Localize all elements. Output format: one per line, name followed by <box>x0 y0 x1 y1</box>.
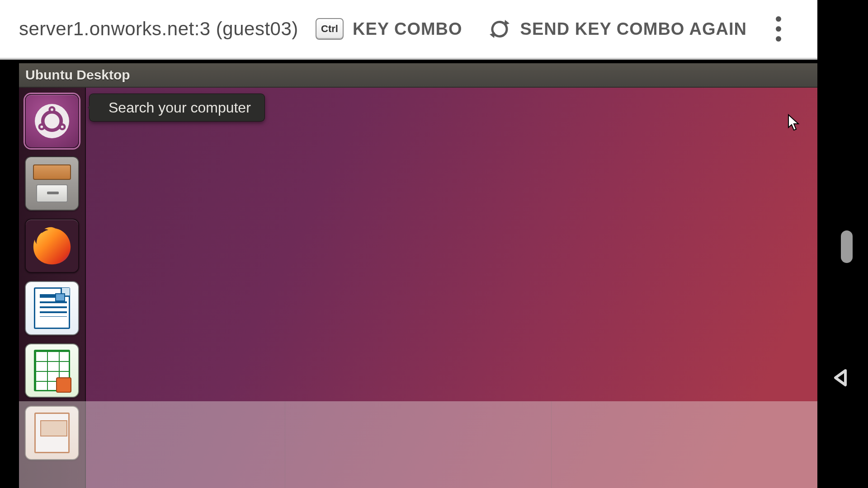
files-icon <box>33 164 71 180</box>
overlay-segment[interactable] <box>285 401 552 488</box>
remote-cursor-icon <box>788 114 800 132</box>
launcher-writer[interactable] <box>25 281 79 335</box>
overlay-segment[interactable] <box>19 401 285 488</box>
android-back-button[interactable] <box>830 367 852 389</box>
dot-icon <box>776 26 781 32</box>
android-overlay-strip <box>19 401 817 488</box>
ubuntu-menubar[interactable]: Ubuntu Desktop <box>19 63 817 88</box>
vnc-viewport[interactable]: Ubuntu Desktop <box>19 63 817 488</box>
ctrl-key-icon: Ctrl <box>316 18 344 40</box>
key-combo-button[interactable]: Ctrl KEY COMBO <box>316 18 462 40</box>
scrollbar-thumb[interactable] <box>841 230 853 263</box>
overlay-segment[interactable] <box>552 401 817 488</box>
svg-point-2 <box>43 112 61 131</box>
svg-point-7 <box>40 126 43 128</box>
svg-marker-1 <box>490 33 495 38</box>
launcher-dash[interactable] <box>25 94 79 148</box>
key-combo-label: KEY COMBO <box>353 19 462 39</box>
send-again-label: SEND KEY COMBO AGAIN <box>520 19 747 39</box>
calc-icon <box>34 350 70 391</box>
host-actions: Ctrl KEY COMBO SEND KEY COMBO AGAIN <box>316 13 817 45</box>
android-nav-rail <box>817 0 868 488</box>
connection-title: server1.onworks.net:3 (guest03) <box>19 18 298 40</box>
back-triangle-icon <box>830 367 852 389</box>
send-key-combo-again-button[interactable]: SEND KEY COMBO AGAIN <box>488 17 747 41</box>
files-icon <box>36 184 68 202</box>
svg-point-8 <box>61 126 64 128</box>
desktop-workspace[interactable]: Search your computer <box>19 88 817 488</box>
launcher-calc[interactable] <box>25 343 79 398</box>
launcher-firefox[interactable] <box>25 219 79 273</box>
firefox-icon <box>30 224 74 268</box>
overflow-menu-button[interactable] <box>772 13 785 45</box>
tooltip-text: Search your computer <box>108 99 251 116</box>
dash-tooltip: Search your computer <box>90 94 264 121</box>
ubuntu-dash-icon <box>35 104 69 138</box>
svg-point-6 <box>51 108 53 111</box>
menubar-title: Ubuntu Desktop <box>25 67 130 83</box>
dot-icon <box>776 16 781 22</box>
dot-icon <box>776 36 781 42</box>
refresh-icon <box>488 17 511 41</box>
host-toolbar: server1.onworks.net:3 (guest03) Ctrl KEY… <box>0 0 817 58</box>
writer-icon <box>34 287 70 329</box>
launcher-files[interactable] <box>25 156 79 211</box>
host-divider <box>0 58 817 60</box>
